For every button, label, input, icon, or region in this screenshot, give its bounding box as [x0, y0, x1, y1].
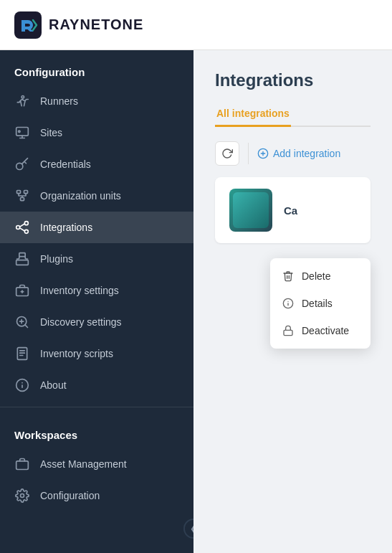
logo-icon: [14, 11, 42, 39]
integration-thumb-inner: [233, 192, 269, 228]
sidebar: Configuration Runners Sites: [0, 50, 193, 553]
briefcase-icon: [14, 456, 30, 472]
discovery-icon: [14, 314, 30, 330]
sidebar-item-org-units-label: Organization units: [40, 190, 121, 202]
sidebar-item-discovery-settings[interactable]: Discovery settings: [0, 306, 193, 338]
sidebar-item-about-label: About: [40, 379, 67, 391]
top-bar: RAYNETONE: [0, 0, 392, 50]
page-title: Integrations: [215, 70, 371, 90]
logo-text: RAYNETONE: [49, 16, 143, 33]
sidebar-item-credentials[interactable]: Credentials: [0, 148, 193, 180]
sidebar-item-inventory-scripts-label: Inventory scripts: [40, 348, 113, 359]
context-menu-delete-label: Delete: [302, 270, 330, 282]
svg-point-9: [24, 222, 28, 225]
sidebar-item-credentials-label: Credentials: [40, 159, 91, 170]
integration-name: Ca: [284, 204, 297, 217]
sidebar-item-asset-management[interactable]: Asset Management: [0, 448, 193, 480]
svg-point-3: [19, 131, 21, 133]
context-menu-details[interactable]: Details: [270, 290, 371, 317]
sidebar-collapse-button[interactable]: ❮: [183, 519, 193, 539]
tabs-bar: All integrations: [215, 102, 371, 127]
sidebar-item-inventory-settings[interactable]: Inventory settings: [0, 275, 193, 306]
svg-rect-11: [19, 253, 25, 257]
inventory-icon: [14, 283, 30, 298]
content-area: Integrations All integrations Add integr…: [193, 50, 392, 553]
scripts-icon: [14, 346, 30, 361]
sidebar-item-org-units[interactable]: Organization units: [0, 180, 193, 212]
key-icon: [14, 156, 30, 172]
sidebar-item-configuration-ws-label: Configuration: [40, 490, 100, 501]
plugins-icon: [14, 251, 30, 267]
sidebar-item-asset-management-label: Asset Management: [40, 458, 127, 470]
svg-rect-17: [16, 461, 29, 470]
context-menu-deactivate-label: Deactivate: [302, 325, 349, 336]
plus-circle-icon: [257, 148, 269, 159]
context-menu-deactivate[interactable]: Deactivate: [270, 317, 371, 344]
info-icon: [14, 377, 30, 393]
integration-card: Ca: [215, 177, 371, 243]
context-menu: Delete Details: [270, 258, 371, 349]
sidebar-item-sites[interactable]: Sites: [0, 117, 193, 148]
sidebar-item-integrations-label: Integrations: [40, 222, 92, 233]
context-menu-delete[interactable]: Delete: [270, 263, 371, 290]
info-circle-icon: [282, 297, 295, 310]
org-icon: [14, 188, 30, 204]
sidebar-item-inventory-scripts[interactable]: Inventory scripts: [0, 338, 193, 369]
add-integration-label: Add integration: [273, 148, 340, 159]
integration-thumbnail: [229, 189, 272, 232]
sidebar-item-runners[interactable]: Runners: [0, 85, 193, 117]
svg-rect-21: [284, 330, 292, 335]
toolbar-divider: [248, 143, 249, 164]
svg-point-1: [21, 96, 24, 98]
sidebar-item-plugins[interactable]: Plugins: [0, 243, 193, 275]
workspaces-section-title: Workspaces: [0, 413, 193, 448]
lock-icon: [282, 324, 295, 337]
svg-point-8: [16, 226, 20, 230]
svg-point-10: [24, 230, 28, 233]
config-section-title: Configuration: [0, 50, 193, 85]
svg-rect-0: [14, 11, 42, 39]
logo-container: RAYNETONE: [14, 11, 143, 39]
sidebar-item-about[interactable]: About: [0, 369, 193, 401]
tab-all-integrations[interactable]: All integrations: [215, 102, 291, 127]
sidebar-item-runners-label: Runners: [40, 95, 78, 107]
context-menu-details-label: Details: [302, 298, 333, 309]
sidebar-item-integrations[interactable]: Integrations: [0, 212, 193, 243]
sidebar-item-configuration-ws[interactable]: Configuration: [0, 480, 193, 511]
sidebar-item-inventory-settings-label: Inventory settings: [40, 285, 119, 296]
refresh-icon: [221, 148, 233, 159]
svg-rect-12: [16, 260, 29, 265]
trash-icon: [282, 270, 295, 283]
sidebar-item-sites-label: Sites: [40, 127, 62, 138]
sidebar-item-plugins-label: Plugins: [40, 253, 73, 265]
gear-icon: [14, 488, 30, 504]
toolbar: Add integration: [215, 141, 371, 166]
sidebar-divider: [0, 407, 193, 407]
add-integration-button[interactable]: Add integration: [257, 148, 340, 159]
integrations-icon: [14, 219, 30, 235]
refresh-button[interactable]: [215, 141, 239, 166]
sites-icon: [14, 125, 30, 141]
svg-point-18: [21, 494, 24, 498]
sidebar-item-discovery-settings-label: Discovery settings: [40, 316, 122, 328]
runner-icon: [14, 93, 30, 109]
main-layout: Configuration Runners Sites: [0, 50, 392, 553]
